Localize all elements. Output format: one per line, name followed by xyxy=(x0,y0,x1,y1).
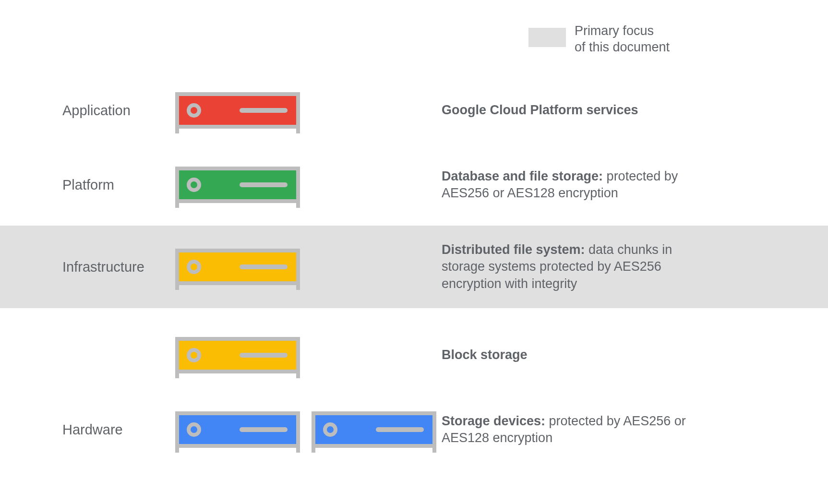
layer-row-1: PlatformDatabase and file storage: prote… xyxy=(0,158,828,211)
layer-description: Block storage xyxy=(442,347,528,363)
server-slot xyxy=(175,92,442,129)
server-slot-line-icon xyxy=(240,182,288,187)
server-slot-line-icon xyxy=(240,108,288,113)
server-slot xyxy=(175,167,442,203)
server-slot xyxy=(175,337,442,373)
layer-description: Distributed file system: data chunks in … xyxy=(442,241,710,292)
server-slot-line-icon xyxy=(240,427,288,432)
layer-label: Infrastructure xyxy=(62,259,175,275)
server-icon xyxy=(312,411,436,448)
layer-label: Hardware xyxy=(62,422,175,438)
server-icon xyxy=(175,249,300,285)
server-led-icon xyxy=(187,422,201,437)
layer-description: Storage devices: protected by AES256 or … xyxy=(442,413,710,446)
server-icon xyxy=(175,167,300,203)
server-slot xyxy=(175,249,442,285)
layer-description: Google Cloud Platform services xyxy=(442,102,638,119)
layer-label: Platform xyxy=(62,177,175,193)
legend-line-1: Primary focus xyxy=(575,24,654,38)
server-icon xyxy=(175,411,300,448)
layer-description-bold: Distributed file system: xyxy=(442,242,585,257)
layer-label: Application xyxy=(62,103,175,119)
layer-description-bold: Storage devices: xyxy=(442,414,545,428)
layer-row-0: ApplicationGoogle Cloud Platform service… xyxy=(0,84,828,137)
layer-description-bold: Google Cloud Platform services xyxy=(442,103,638,117)
server-slot-line-icon xyxy=(240,264,288,269)
server-slot-line-icon xyxy=(240,353,288,358)
server-led-icon xyxy=(187,260,201,274)
server-slot-line-icon xyxy=(376,427,424,432)
diagram-container: Primary focus of this document Applicati… xyxy=(0,0,828,504)
layer-description-bold: Block storage xyxy=(442,348,528,362)
legend-line-2: of this document xyxy=(575,40,670,54)
server-slot xyxy=(175,411,442,448)
layer-description-bold: Database and file storage: xyxy=(442,169,603,183)
legend: Primary focus of this document xyxy=(528,23,670,56)
server-led-icon xyxy=(187,348,201,362)
server-led-icon xyxy=(187,178,201,192)
server-icon xyxy=(175,92,300,129)
server-led-icon xyxy=(323,422,337,437)
server-led-icon xyxy=(187,103,201,118)
layer-row-3: Block storage xyxy=(0,329,828,382)
legend-swatch xyxy=(528,28,566,47)
server-icon xyxy=(175,337,300,373)
layer-row-2: InfrastructureDistributed file system: d… xyxy=(0,226,828,308)
legend-text: Primary focus of this document xyxy=(575,23,670,56)
layer-description: Database and file storage: protected by … xyxy=(442,168,710,202)
layer-row-4: HardwareStorage devices: protected by AE… xyxy=(0,403,828,456)
